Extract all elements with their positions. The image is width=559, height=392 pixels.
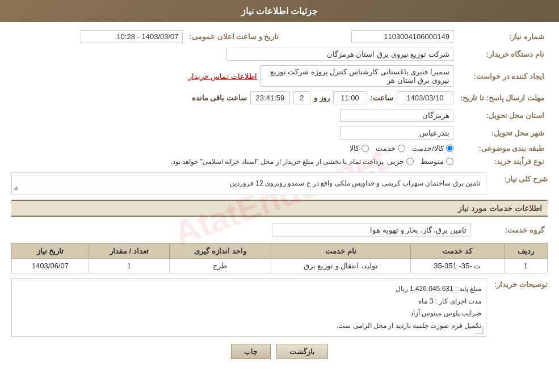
service-group-table: گروه خدمت: تامین برق، گاز، بخار و تهویه … (11, 221, 548, 239)
page-header: جزئیات اطلاعات نیاز (0, 0, 559, 22)
page-wrapper: جزئیات اطلاعات نیاز AtatEnder.net شماره … (0, 0, 559, 392)
city-label: شهر محل تحویل: (457, 124, 548, 142)
service-group-label: گروه خدمت: (474, 221, 548, 239)
purchase-type-value: متوسط جزیی پرداخت تمام یا بخشی از مبلغ خ… (11, 155, 457, 168)
need-description-text: تامین برق ساختمان سهراب کریمی و خداویس م… (230, 179, 480, 187)
deadline-time-input: 11:00 (333, 91, 367, 104)
button-row: بازگشت چاپ (11, 344, 548, 359)
created-by-value: سمیرا فنبری باغستانی کارشناس کنترل پروژه… (11, 63, 457, 89)
category-radio-group: کالا/خدمت خدمت کالا (15, 144, 453, 153)
deadline-countdown-label: ساعت باقی مانده (192, 94, 247, 102)
category-radio-kala-khedmat[interactable] (446, 145, 453, 152)
print-button[interactable]: چاپ (231, 344, 271, 359)
city-input: بندرعباس (340, 127, 453, 140)
buyer-description-section: توصیحات خریدار: مبلغ پایه : 1.426.045.63… (11, 278, 548, 337)
need-description-content: تامین برق ساختمان سهراب کریمی و خداویس م… (11, 172, 486, 195)
category-radio-khedmat[interactable] (398, 145, 405, 152)
col-header-date: تاریخ نیاز (12, 244, 89, 259)
buyer-org-label: نام دستگاه خریدار: (457, 45, 548, 63)
purchase-radio-juzei[interactable] (406, 158, 414, 165)
category-label-kala-khedmat: کالا/خدمت (412, 144, 444, 153)
category-label-khedmat: خدمت (376, 144, 396, 153)
back-button[interactable]: بازگشت (276, 344, 328, 359)
need-number-value: 1103004106000149 (282, 28, 457, 45)
purchase-option-juzei: جزیی (387, 157, 414, 166)
need-description-box: تامین برق ساختمان سهراب کریمی و خداویس م… (11, 172, 486, 195)
table-row: 1ت -35- 351-35تولید، انتقال و توزیع برقط… (12, 259, 548, 273)
purchase-label-juzei: جزیی (387, 157, 404, 166)
page-title: جزئیات اطلاعات نیاز (241, 6, 318, 16)
category-option-kala-khedmat: کالا/خدمت (412, 144, 453, 153)
category-label-kala: کالا (350, 144, 359, 153)
category-label: طبقه بندی موضوعی: (457, 142, 548, 155)
buyer-description-label: توصیحات خریدار: (491, 278, 548, 289)
need-description-label: شرح کلی نیاز: (491, 172, 548, 183)
col-header-qty: تعداد / مقدار (89, 244, 169, 259)
province-value: هرمزگان (11, 107, 457, 124)
col-header-row: ردیف (504, 244, 547, 259)
need-number-input: 1103004106000149 (351, 30, 453, 43)
buyer-description-text: مبلغ پایه : 1.426.045.631 ریالمدت اجرای … (337, 285, 481, 330)
purchase-option-mutawaset: متوسط (421, 157, 453, 166)
deadline-countdown-input: 23:41:59 (250, 91, 290, 104)
created-by-input: سمیرا فنبری باغستانی کارشناس کنترل پروژه… (260, 65, 453, 87)
need-number-label: شماره نیاز: (457, 28, 548, 45)
category-option-kala: کالا (350, 144, 369, 153)
services-data-table: ردیف کد خدمت نام خدمت واحد اندازه گیری ت… (11, 243, 548, 273)
col-header-unit: واحد اندازه گیری (169, 244, 271, 259)
deadline-label: مهلت ارسال پاسخ: تا تاریخ: (457, 89, 548, 107)
need-description-section: شرح کلی نیاز: تامین برق ساختمان سهراب کر… (11, 172, 548, 195)
service-group-input: تامین برق، گاز، بخار و تهویه هوا (272, 224, 470, 237)
info-table: شماره نیاز: 1103004106000149 تاریخ و ساع… (11, 28, 548, 168)
deadline-days-input: 2 (293, 91, 310, 104)
announcement-date-input: 1403/03/07 - 10:28 (81, 30, 183, 43)
announcement-date-label: تاریخ و ساعت اعلان عمومی: (186, 28, 283, 45)
purchase-label-mutawaset: متوسط (421, 157, 444, 166)
col-header-code: کد خدمت (410, 244, 504, 259)
buyer-org-input: شرکت توزیع نیروی برق استان هرمزگان (226, 48, 453, 61)
city-value: بندرعباس (11, 124, 457, 142)
page-content: AtatEnder.net شماره نیاز: 11030041060001… (0, 22, 559, 372)
category-value: کالا/خدمت خدمت کالا (11, 142, 457, 155)
purchase-radio-group: متوسط جزیی (387, 157, 453, 166)
deadline-date-input: 1403/03/10 (397, 91, 453, 104)
created-by-label: ایجاد کننده در خواست: (457, 63, 548, 89)
deadline-value: 1403/03/10 ساعت: 11:00 روز و 2 23:41:59 … (11, 89, 457, 107)
province-label: استان محل تحویل: (457, 107, 548, 124)
announcement-date-value: 1403/03/07 - 10:28 (11, 28, 186, 45)
category-option-khedmat: خدمت (376, 144, 405, 153)
services-section-title: اطلاعات خدمات مورد نیاز (11, 200, 548, 217)
purchase-note: پرداخت تمام یا بخشی از مبلغ خریدار از مح… (171, 158, 384, 166)
purchase-radio-mutawaset[interactable] (446, 158, 453, 165)
deadline-day-label: روز و (314, 94, 330, 102)
purchase-type-label: نوع فرآیند خرید: (457, 155, 548, 168)
category-radio-kala[interactable] (362, 145, 369, 152)
buyer-description-box: مبلغ پایه : 1.426.045.631 ریالمدت اجرای … (11, 278, 486, 337)
buyer-org-value: شرکت توزیع نیروی برق استان هرمزگان (11, 45, 457, 63)
col-header-name: نام خدمت (271, 244, 410, 259)
service-group-value: تامین برق، گاز، بخار و تهویه هوا (11, 221, 474, 239)
province-input: هرمزگان (340, 109, 453, 122)
buyer-description-content: مبلغ پایه : 1.426.045.631 ریالمدت اجرای … (11, 278, 486, 337)
contact-link[interactable]: اطلاعات تماس خریدار (188, 72, 257, 81)
deadline-time-label: ساعت: (371, 94, 393, 102)
